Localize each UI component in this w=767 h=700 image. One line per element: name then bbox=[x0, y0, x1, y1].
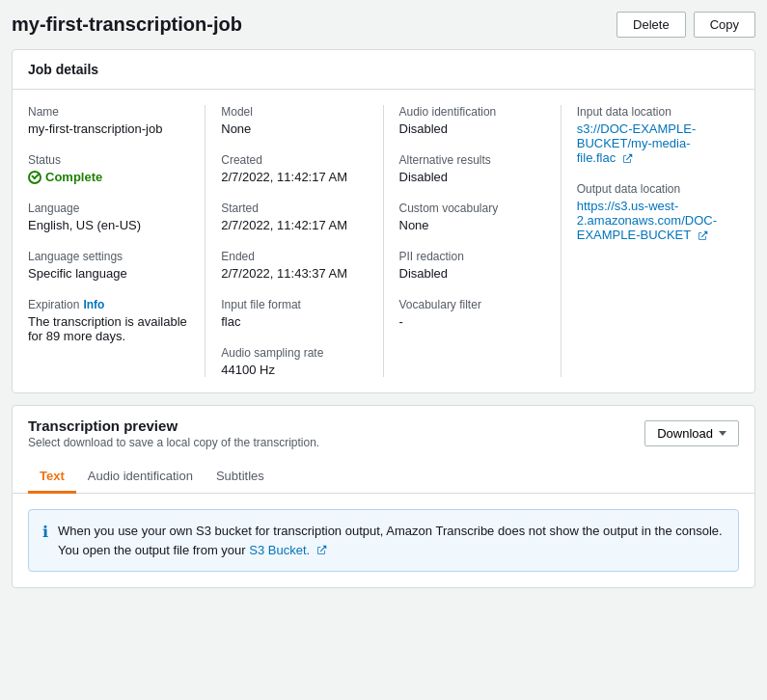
name-label: Name bbox=[28, 105, 189, 119]
copy-button[interactable]: Copy bbox=[694, 12, 755, 38]
expiration-info-link[interactable]: Info bbox=[83, 298, 104, 311]
external-link-icon bbox=[621, 153, 633, 165]
job-details-card: Job details Name my-first-transcription-… bbox=[12, 49, 755, 393]
output-data-location-group: Output data location https://s3.us-west-… bbox=[577, 182, 724, 242]
pii-redaction-label: PII redaction bbox=[399, 250, 545, 263]
preview-subtitle: Select download to save a local copy of … bbox=[28, 436, 319, 449]
vocabulary-filter-group: Vocabulary filter - bbox=[399, 298, 545, 329]
language-settings-label: Language settings bbox=[28, 250, 189, 263]
input-file-format-group: Input file format flac bbox=[221, 298, 367, 329]
created-group: Created 2/7/2022, 11:42:17 AM bbox=[221, 153, 367, 184]
s3-bucket-link[interactable]: S3 Bucket. bbox=[249, 543, 327, 557]
details-col-2: Model None Created 2/7/2022, 11:42:17 AM… bbox=[205, 105, 383, 377]
ended-group: Ended 2/7/2022, 11:43:37 AM bbox=[221, 250, 367, 281]
info-box: ℹ When you use your own S3 bucket for tr… bbox=[28, 509, 739, 572]
alternative-results-label: Alternative results bbox=[399, 153, 545, 167]
download-button[interactable]: Download bbox=[644, 420, 739, 446]
s3-external-link-icon bbox=[315, 545, 327, 556]
language-group: Language English, US (en-US) bbox=[28, 202, 189, 232]
page-header: my-first-transcription-job Delete Copy bbox=[12, 12, 755, 38]
audio-sampling-rate-value: 44100 Hz bbox=[221, 363, 367, 377]
s3-bucket-link-text: S3 Bucket. bbox=[249, 543, 310, 557]
delete-button[interactable]: Delete bbox=[616, 12, 686, 38]
audio-sampling-rate-label: Audio sampling rate bbox=[221, 346, 367, 360]
ended-label: Ended bbox=[221, 250, 367, 263]
external-link-icon-2 bbox=[697, 230, 708, 242]
name-value: my-first-transcription-job bbox=[28, 121, 189, 136]
job-details-header: Job details bbox=[13, 50, 754, 90]
page-wrapper: my-first-transcription-job Delete Copy J… bbox=[0, 0, 767, 700]
tabs-bar: Text Audio identification Subtitles bbox=[13, 461, 754, 494]
custom-vocabulary-label: Custom vocabulary bbox=[399, 202, 545, 215]
status-icon bbox=[28, 171, 41, 184]
input-data-location-group: Input data location s3://DOC-EXAMPLE-BUC… bbox=[577, 105, 724, 165]
audio-identification-label: Audio identification bbox=[399, 105, 545, 119]
alternative-results-group: Alternative results Disabled bbox=[399, 153, 545, 184]
info-icon: ℹ bbox=[42, 523, 48, 541]
model-label: Model bbox=[221, 105, 367, 119]
name-group: Name my-first-transcription-job bbox=[28, 105, 189, 136]
audio-sampling-rate-group: Audio sampling rate 44100 Hz bbox=[221, 346, 367, 377]
output-data-location-label: Output data location bbox=[577, 182, 724, 196]
transcription-preview-header: Transcription preview Select download to… bbox=[13, 406, 754, 461]
input-data-location-value: s3://DOC-EXAMPLE-BUCKET/my-media-file.fl… bbox=[577, 121, 724, 165]
status-group: Status Complete bbox=[28, 153, 189, 184]
started-label: Started bbox=[221, 202, 367, 215]
expiration-label-row: Expiration Info bbox=[28, 298, 189, 311]
tab-text[interactable]: Text bbox=[28, 461, 76, 494]
preview-title: Transcription preview bbox=[28, 417, 319, 434]
details-grid: Name my-first-transcription-job Status C… bbox=[28, 105, 739, 377]
details-col-4: Input data location s3://DOC-EXAMPLE-BUC… bbox=[562, 105, 739, 377]
download-label: Download bbox=[657, 426, 713, 441]
custom-vocabulary-group: Custom vocabulary None bbox=[399, 202, 545, 232]
status-value: Complete bbox=[28, 170, 189, 184]
tab-content: ℹ When you use your own S3 bucket for tr… bbox=[13, 494, 754, 587]
audio-identification-value: Disabled bbox=[399, 121, 545, 136]
tab-audio-identification[interactable]: Audio identification bbox=[76, 461, 205, 494]
language-settings-group: Language settings Specific language bbox=[28, 250, 189, 281]
custom-vocabulary-value: None bbox=[399, 218, 545, 232]
started-value: 2/7/2022, 11:42:17 AM bbox=[221, 218, 367, 232]
info-message: When you use your own S3 bucket for tran… bbox=[58, 524, 723, 557]
details-col-1: Name my-first-transcription-job Status C… bbox=[28, 105, 205, 377]
language-value: English, US (en-US) bbox=[28, 218, 189, 232]
model-value: None bbox=[221, 121, 367, 136]
input-data-location-label: Input data location bbox=[577, 105, 724, 119]
header-buttons: Delete Copy bbox=[616, 12, 755, 38]
created-value: 2/7/2022, 11:42:17 AM bbox=[221, 170, 367, 184]
status-label: Status bbox=[28, 153, 189, 167]
output-data-location-link[interactable]: https://s3.us-west-2.amazonaws.com/DOC-E… bbox=[577, 199, 717, 242]
transcription-preview-card: Transcription preview Select download to… bbox=[12, 405, 755, 588]
created-label: Created bbox=[221, 153, 367, 167]
info-text: When you use your own S3 bucket for tran… bbox=[58, 522, 725, 559]
preview-title-group: Transcription preview Select download to… bbox=[28, 417, 319, 449]
vocabulary-filter-value: - bbox=[399, 314, 545, 329]
input-file-format-label: Input file format bbox=[221, 298, 367, 311]
page-title: my-first-transcription-job bbox=[12, 13, 242, 36]
expiration-label: Expiration bbox=[28, 298, 79, 311]
status-text: Complete bbox=[45, 170, 102, 184]
tab-subtitles[interactable]: Subtitles bbox=[205, 461, 276, 494]
ended-value: 2/7/2022, 11:43:37 AM bbox=[221, 266, 367, 281]
output-data-location-value: https://s3.us-west-2.amazonaws.com/DOC-E… bbox=[577, 199, 724, 242]
audio-identification-group: Audio identification Disabled bbox=[399, 105, 545, 136]
input-data-location-link[interactable]: s3://DOC-EXAMPLE-BUCKET/my-media-file.fl… bbox=[577, 121, 697, 165]
vocabulary-filter-label: Vocabulary filter bbox=[399, 298, 545, 311]
expiration-group: Expiration Info The transcription is ava… bbox=[28, 298, 189, 343]
model-group: Model None bbox=[221, 105, 367, 136]
alternative-results-value: Disabled bbox=[399, 170, 545, 184]
dropdown-arrow-icon bbox=[719, 431, 726, 436]
language-settings-value: Specific language bbox=[28, 266, 189, 281]
job-details-title: Job details bbox=[28, 62, 98, 77]
pii-redaction-value: Disabled bbox=[399, 266, 545, 281]
expiration-value: The transcription is available for 89 mo… bbox=[28, 314, 189, 343]
started-group: Started 2/7/2022, 11:42:17 AM bbox=[221, 202, 367, 232]
pii-redaction-group: PII redaction Disabled bbox=[399, 250, 545, 281]
language-label: Language bbox=[28, 202, 189, 215]
input-file-format-value: flac bbox=[221, 314, 367, 329]
job-details-body: Name my-first-transcription-job Status C… bbox=[13, 90, 754, 392]
details-col-3: Audio identification Disabled Alternativ… bbox=[384, 105, 562, 377]
